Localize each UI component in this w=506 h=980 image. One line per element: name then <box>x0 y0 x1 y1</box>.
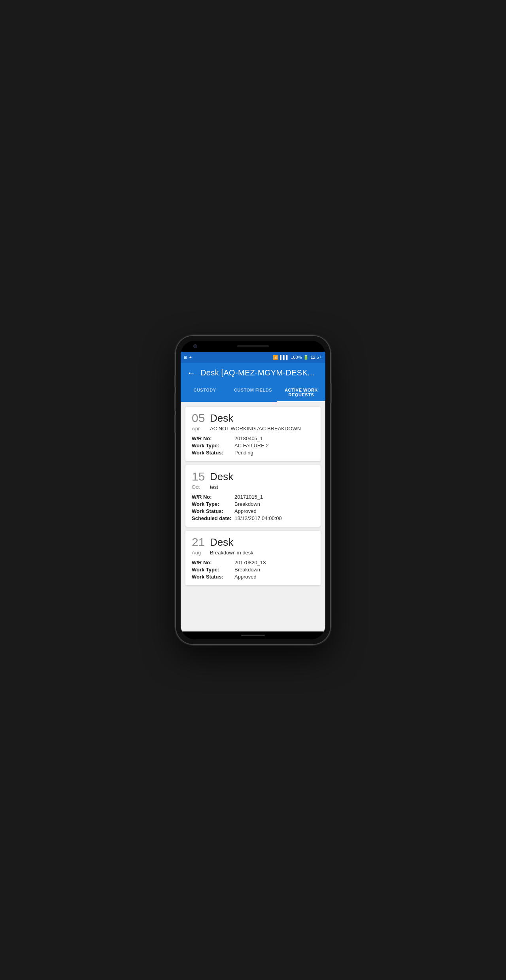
field-row: Work Status: Approved <box>192 508 314 514</box>
work-status-label-3: Work Status: <box>192 574 231 580</box>
wr-fields-2: W/R No: 20171015_1 Work Type: Breakdown … <box>192 494 314 521</box>
work-request-card-2[interactable]: 15 Desk Oct test W/R No: 20171015_1 Work… <box>185 465 321 527</box>
wr-month-1: Apr <box>192 426 206 432</box>
tab-active-work-requests[interactable]: ACTIVE WORK REQUESTS <box>277 383 325 402</box>
front-camera <box>193 344 197 348</box>
wr-asset-1: Desk <box>210 413 233 423</box>
wr-no-label-1: W/R No: <box>192 435 231 441</box>
wr-asset-3: Desk <box>210 537 233 547</box>
work-requests-list: 05 Desk Apr AC NOT WORKING /AC BREAKDOWN… <box>181 402 325 631</box>
wr-no-value-1: 20180405_1 <box>234 435 263 441</box>
field-row: Work Type: AC FAILURE 2 <box>192 443 314 449</box>
silent-button <box>174 375 176 387</box>
wr-fields-1: W/R No: 20180405_1 Work Type: AC FAILURE… <box>192 435 314 456</box>
work-status-value-1: Pending <box>234 450 253 456</box>
wr-no-value-2: 20171015_1 <box>234 494 263 500</box>
work-status-value-2: Approved <box>234 508 257 514</box>
volume-down-button <box>174 415 176 433</box>
battery-icon: 🔋 <box>303 355 309 360</box>
work-type-label-1: Work Type: <box>192 443 231 449</box>
wr-day-1: 05 <box>192 412 206 424</box>
app-icon: ✈ <box>189 355 192 360</box>
work-request-card-1[interactable]: 05 Desk Apr AC NOT WORKING /AC BREAKDOWN… <box>185 407 321 461</box>
work-request-card-3[interactable]: 21 Desk Aug Breakdown in desk W/R No: 20… <box>185 531 321 585</box>
notification-icon: ⊞ <box>184 355 187 360</box>
work-type-value-3: Breakdown <box>234 567 260 573</box>
field-row: Work Status: Pending <box>192 450 314 456</box>
work-type-label-2: Work Type: <box>192 501 231 507</box>
scheduled-date-value-2: 13/12/2017 04:00:00 <box>234 515 281 521</box>
field-row: Scheduled date: 13/12/2017 04:00:00 <box>192 515 314 521</box>
home-bar[interactable] <box>241 635 265 636</box>
wr-fields-3: W/R No: 20170820_13 Work Type: Breakdown… <box>192 560 314 580</box>
status-bar: ⊞ ✈ 📶 ▌▌▌ 100% 🔋 12:57 <box>181 352 325 363</box>
field-row: Work Status: Approved <box>192 574 314 580</box>
wr-desc-2: test <box>210 484 218 490</box>
field-row: W/R No: 20171015_1 <box>192 494 314 500</box>
power-button <box>330 383 332 403</box>
card-header-1: 05 Desk <box>192 412 314 424</box>
work-status-label-1: Work Status: <box>192 450 231 456</box>
signal-icon: ▌▌▌ <box>280 355 289 360</box>
status-right-icons: 📶 ▌▌▌ 100% 🔋 12:57 <box>273 355 321 360</box>
wr-month-2: Oct <box>192 484 206 490</box>
wr-no-label-2: W/R No: <box>192 494 231 500</box>
work-type-value-2: Breakdown <box>234 501 260 507</box>
wr-month-desc-1: Apr AC NOT WORKING /AC BREAKDOWN <box>192 426 314 432</box>
back-button[interactable]: ← <box>187 369 196 377</box>
battery-percent: 100% <box>291 355 302 360</box>
field-row: Work Type: Breakdown <box>192 567 314 573</box>
field-row: W/R No: 20180405_1 <box>192 435 314 441</box>
tabs-bar: CUSTODY CUSTOM FIELDS ACTIVE WORK REQUES… <box>181 383 325 402</box>
status-left-icons: ⊞ ✈ <box>184 355 192 360</box>
wr-asset-2: Desk <box>210 471 233 482</box>
top-bezel <box>181 341 325 352</box>
wr-day-2: 15 <box>192 471 206 482</box>
scheduled-date-label-2: Scheduled date: <box>192 515 231 521</box>
earpiece-speaker <box>237 345 269 347</box>
app-bar: ← Desk [AQ-MEZ-MGYM-DESK... <box>181 363 325 383</box>
work-type-label-3: Work Type: <box>192 567 231 573</box>
wr-no-label-3: W/R No: <box>192 560 231 565</box>
phone-screen: ⊞ ✈ 📶 ▌▌▌ 100% 🔋 12:57 ← Desk [AQ-MEZ-MG… <box>181 341 325 639</box>
card-header-2: 15 Desk <box>192 471 314 482</box>
field-row: W/R No: 20170820_13 <box>192 560 314 565</box>
card-header-3: 21 Desk <box>192 536 314 548</box>
page-title: Desk [AQ-MEZ-MGYM-DESK... <box>200 368 315 377</box>
bottom-bezel <box>181 631 325 639</box>
wr-day-3: 21 <box>192 536 206 548</box>
work-status-label-2: Work Status: <box>192 508 231 514</box>
wr-desc-1: AC NOT WORKING /AC BREAKDOWN <box>210 426 301 432</box>
wr-month-3: Aug <box>192 550 206 556</box>
clock: 12:57 <box>310 355 321 360</box>
work-status-value-3: Approved <box>234 574 257 580</box>
volume-up-button <box>174 393 176 411</box>
wr-desc-3: Breakdown in desk <box>210 550 253 556</box>
wr-no-value-3: 20170820_13 <box>234 560 266 565</box>
work-type-value-1: AC FAILURE 2 <box>234 443 269 449</box>
tab-custom-fields[interactable]: CUSTOM FIELDS <box>229 383 277 402</box>
tab-custody[interactable]: CUSTODY <box>181 383 229 402</box>
wifi-icon: 📶 <box>273 355 278 360</box>
field-row: Work Type: Breakdown <box>192 501 314 507</box>
wr-month-desc-2: Oct test <box>192 484 314 490</box>
wr-month-desc-3: Aug Breakdown in desk <box>192 550 314 556</box>
phone-frame: ⊞ ✈ 📶 ▌▌▌ 100% 🔋 12:57 ← Desk [AQ-MEZ-MG… <box>176 336 330 644</box>
